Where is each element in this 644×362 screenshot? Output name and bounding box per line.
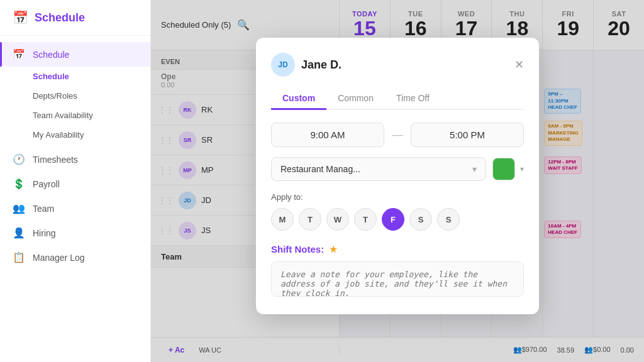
nav-hiring-label: Hiring xyxy=(33,228,56,238)
hiring-icon: 👤 xyxy=(13,227,25,239)
modal-user: JD Jane D. xyxy=(271,53,341,77)
nav-item-timesheets[interactable]: 🕐 Timesheets xyxy=(0,147,150,172)
team-icon: 👥 xyxy=(13,202,25,214)
day-btn-wed[interactable]: W xyxy=(326,208,349,231)
nav-team-label: Team xyxy=(33,204,54,214)
sub-nav-schedule[interactable]: Schedule xyxy=(0,67,150,86)
timesheets-icon: 🕐 xyxy=(13,153,25,165)
apply-to-label: Apply to: xyxy=(271,192,524,202)
shift-notes-textarea[interactable] xyxy=(271,261,524,297)
color-swatch[interactable] xyxy=(492,158,515,180)
tab-common[interactable]: Common xyxy=(326,88,385,110)
sub-nav-depts[interactable]: Depts/Roles xyxy=(0,86,150,106)
modal-header: JD Jane D. ✕ xyxy=(271,53,524,77)
day-btn-thu[interactable]: T xyxy=(354,208,377,231)
role-dropdown[interactable]: Restaurant Manag... ▾ xyxy=(271,157,486,181)
start-time-input[interactable]: 9:00 AM xyxy=(271,123,384,147)
chevron-down-icon: ▾ xyxy=(472,164,477,174)
nav-schedule-label: Schedule xyxy=(33,50,69,60)
day-btn-sat[interactable]: S xyxy=(409,208,432,231)
color-chevron-icon: ▾ xyxy=(520,165,524,173)
modal-overlay: JD Jane D. ✕ Custom Common Time Off 9:00… xyxy=(151,0,644,362)
sub-nav-my-avail[interactable]: My Availability xyxy=(0,125,150,145)
main-content: Scheduled Only (5) 🔍 TODAY 15 TUE 16 WED… xyxy=(151,0,644,362)
modal-user-name: Jane D. xyxy=(301,58,341,72)
modal-tabs: Custom Common Time Off xyxy=(271,88,524,110)
day-btn-mon[interactable]: M xyxy=(271,208,294,231)
nav-item-payroll[interactable]: 💲 Payroll xyxy=(0,172,150,196)
tab-custom[interactable]: Custom xyxy=(271,88,326,110)
calendar-icon: 📅 xyxy=(13,10,28,25)
sidebar-header: 📅 Schedule xyxy=(0,0,150,36)
shift-notes-label: Shift Notes: ★ xyxy=(271,243,524,255)
schedule-section: 📅 Schedule Schedule Depts/Roles Team Ava… xyxy=(0,42,150,145)
close-icon[interactable]: ✕ xyxy=(514,59,524,70)
sidebar-title: Schedule xyxy=(35,11,85,25)
nav-item-schedule[interactable]: 📅 Schedule xyxy=(0,42,150,67)
role-label: Restaurant Manag... xyxy=(280,164,360,174)
sidebar: 📅 Schedule 📅 Schedule Schedule Depts/Rol… xyxy=(0,0,151,362)
sub-nav-team-avail[interactable]: Team Availability xyxy=(0,106,150,125)
nav-payroll-label: Payroll xyxy=(33,179,60,189)
day-btn-sun[interactable]: S xyxy=(437,208,460,231)
shift-modal: JD Jane D. ✕ Custom Common Time Off 9:00… xyxy=(256,38,539,314)
days-row: M T W T F S S xyxy=(271,208,524,231)
nav-timesheets-label: Timesheets xyxy=(33,155,78,165)
sidebar-nav: 📅 Schedule Schedule Depts/Roles Team Ava… xyxy=(0,36,150,362)
schedule-icon: 📅 xyxy=(13,48,25,60)
modal-user-initials: JD xyxy=(278,60,287,69)
nav-item-team[interactable]: 👥 Team xyxy=(0,196,150,221)
role-row: Restaurant Manag... ▾ ▾ xyxy=(271,157,524,181)
day-btn-fri[interactable]: F xyxy=(382,208,404,231)
time-separator: — xyxy=(392,128,403,141)
nav-item-hiring[interactable]: 👤 Hiring xyxy=(0,221,150,245)
manager-log-icon: 📋 xyxy=(13,251,25,263)
nav-manager-label: Manager Log xyxy=(33,253,85,263)
time-row: 9:00 AM — 5:00 PM xyxy=(271,123,524,147)
star-icon[interactable]: ★ xyxy=(329,243,338,255)
nav-item-manager-log[interactable]: 📋 Manager Log xyxy=(0,245,150,270)
modal-user-avatar: JD xyxy=(271,53,295,77)
day-btn-tue[interactable]: T xyxy=(299,208,321,231)
payroll-icon: 💲 xyxy=(13,178,25,190)
tab-time-off[interactable]: Time Off xyxy=(385,88,441,110)
shift-notes-text: Shift Notes: xyxy=(271,244,324,255)
end-time-input[interactable]: 5:00 PM xyxy=(411,123,524,147)
